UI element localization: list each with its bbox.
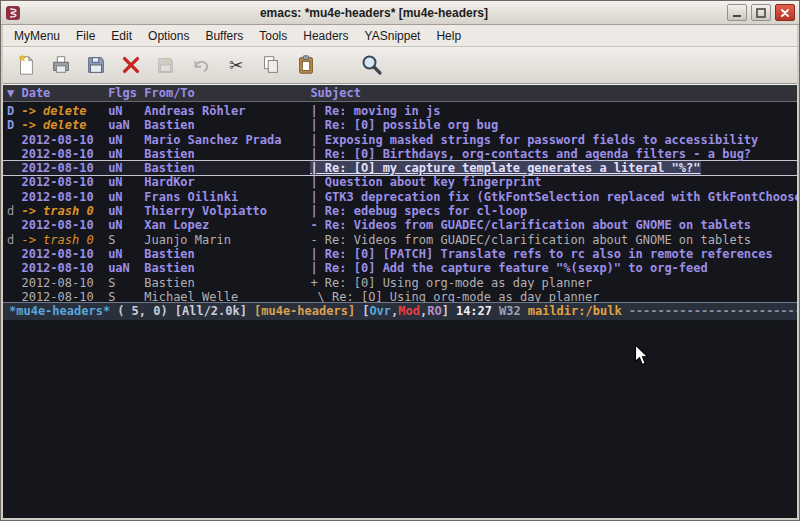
headers-buffer: D -> delete uN Andreas Röhler | Re: movi…	[3, 102, 797, 302]
emacs-icon	[5, 5, 21, 21]
open-file-button[interactable]	[46, 51, 76, 80]
menu-file[interactable]: File	[68, 26, 103, 46]
message-row[interactable]: 2012-08-10 uN Frans Oilinki | GTK3 depre…	[3, 190, 797, 204]
column-header-from[interactable]: From/To	[144, 86, 310, 100]
message-row[interactable]: 2012-08-10 uN Xan Lopez - Re: Videos fro…	[3, 218, 797, 232]
menu-help[interactable]: Help	[428, 26, 469, 46]
mark-flag: d	[7, 204, 21, 218]
search-icon	[360, 53, 384, 77]
menu-bar: MyMenu File Edit Options Buffers Tools H…	[3, 25, 797, 47]
mark-flag	[7, 247, 21, 261]
cut-icon: ✂	[229, 57, 243, 74]
kill-buffer-button[interactable]	[116, 51, 146, 80]
kill-buffer-icon	[120, 54, 142, 76]
sort-indicator[interactable]: ▼	[7, 86, 21, 100]
undo-icon	[190, 54, 212, 76]
save-button[interactable]	[81, 51, 111, 80]
paste-button[interactable]	[291, 51, 321, 80]
menu-mymenu[interactable]: MyMenu	[6, 26, 68, 46]
mark-flag	[7, 133, 21, 147]
close-icon	[780, 8, 790, 18]
mark-flag	[7, 190, 21, 204]
message-row[interactable]: d -> trash 0 S Juanjo Marin - Re: Videos…	[3, 233, 797, 247]
modeline-window-id: W32	[499, 304, 521, 318]
mark-flag	[7, 147, 21, 161]
paste-icon	[295, 54, 317, 76]
mark-flag: D	[7, 118, 21, 132]
message-row[interactable]: 2012-08-10 S Bastien + Re: [0] Using org…	[3, 276, 797, 290]
maximize-button[interactable]	[751, 4, 771, 21]
copy-button[interactable]	[256, 51, 286, 80]
save-as-icon	[155, 54, 177, 76]
modeline-overwrite-flag: Ovr	[369, 304, 391, 318]
message-row[interactable]: 2012-08-10 uN HardKor | Question about k…	[3, 175, 797, 189]
modeline-filler: --------------------------------	[629, 304, 797, 318]
open-file-icon	[50, 54, 72, 76]
modeline-readonly-flag: RO	[427, 304, 441, 318]
save-icon	[85, 54, 107, 76]
message-row[interactable]: D -> delete uaN Bastien | Re: [0] possib…	[3, 118, 797, 132]
message-row[interactable]: 2012-08-10 uN Mario Sanchez Prada | Expo…	[3, 133, 797, 147]
message-row[interactable]: 2012-08-10 S Michael Welle \ Re: [O] Usi…	[3, 290, 797, 302]
modeline-buffer-name: *mu4e-headers*	[9, 304, 110, 318]
minimize-icon	[732, 8, 742, 18]
message-row[interactable]: 2012-08-10 uaN Bastien | Re: [0] Add the…	[3, 261, 797, 275]
tool-bar: ✂	[3, 47, 797, 84]
menu-tools[interactable]: Tools	[251, 26, 295, 46]
search-button[interactable]	[357, 51, 387, 80]
undo-button[interactable]	[186, 51, 216, 80]
copy-icon	[260, 54, 282, 76]
mark-flag	[7, 290, 21, 302]
message-row-current[interactable]: 2012-08-10 uN Bastien | Re: [O] my captu…	[3, 161, 797, 175]
message-row[interactable]: 2012-08-10 uN Bastien | Re: [0] Birthday…	[3, 147, 797, 161]
mode-line[interactable]: *mu4e-headers* ( 5, 0) [All/2.0k] [mu4e-…	[3, 302, 797, 321]
frame-body: MyMenu File Edit Options Buffers Tools H…	[1, 25, 799, 520]
mark-flag: d	[7, 233, 21, 247]
new-file-button[interactable]	[11, 51, 41, 80]
mark-flag	[7, 261, 21, 275]
cut-button[interactable]: ✂	[221, 51, 251, 80]
mark-flag	[7, 276, 21, 290]
menu-edit[interactable]: Edit	[103, 26, 140, 46]
column-header-date[interactable]: Date	[21, 86, 108, 100]
window-title: emacs: *mu4e-headers* [mu4e-headers]	[25, 6, 723, 20]
emacs-window: emacs: *mu4e-headers* [mu4e-headers] MyM…	[0, 0, 800, 521]
modeline-clock: 14:27	[456, 304, 492, 318]
modeline-maildir: maildir:/bulk	[528, 304, 622, 318]
save-as-button[interactable]	[151, 51, 181, 80]
modeline-modified-flag: Mod	[398, 304, 420, 318]
menu-headers[interactable]: Headers	[295, 26, 356, 46]
modeline-status: [Ovr,Mod,RO]	[362, 304, 449, 318]
header-line: ▼ Date Flgs From/To Subject	[3, 84, 797, 102]
echo-area[interactable]	[3, 321, 797, 519]
close-button[interactable]	[775, 4, 795, 21]
mark-flag	[7, 175, 21, 189]
mark-flag: D	[7, 104, 21, 118]
minimize-button[interactable]	[727, 4, 747, 21]
message-row[interactable]: d -> trash 0 uN Thierry Volpiatto | Re: …	[3, 204, 797, 218]
message-row[interactable]: D -> delete uN Andreas Röhler | Re: movi…	[3, 104, 797, 118]
mark-flag	[7, 161, 21, 175]
maximize-icon	[756, 8, 766, 18]
column-header-flags[interactable]: Flgs	[108, 86, 144, 100]
menu-buffers[interactable]: Buffers	[197, 26, 251, 46]
menu-options[interactable]: Options	[140, 26, 197, 46]
modeline-size: [All/2.0k]	[175, 304, 247, 318]
modeline-major-mode[interactable]: [mu4e-headers]	[254, 304, 355, 318]
new-file-icon	[15, 54, 37, 76]
mark-flag	[7, 218, 21, 232]
message-row[interactable]: 2012-08-10 uN Bastien | Re: [0] [PATCH] …	[3, 247, 797, 261]
title-bar: emacs: *mu4e-headers* [mu4e-headers]	[1, 1, 799, 25]
modeline-position: ( 5, 0)	[117, 304, 168, 318]
column-header-subject[interactable]: Subject	[310, 86, 361, 100]
menu-yasnippet[interactable]: YASnippet	[357, 26, 429, 46]
